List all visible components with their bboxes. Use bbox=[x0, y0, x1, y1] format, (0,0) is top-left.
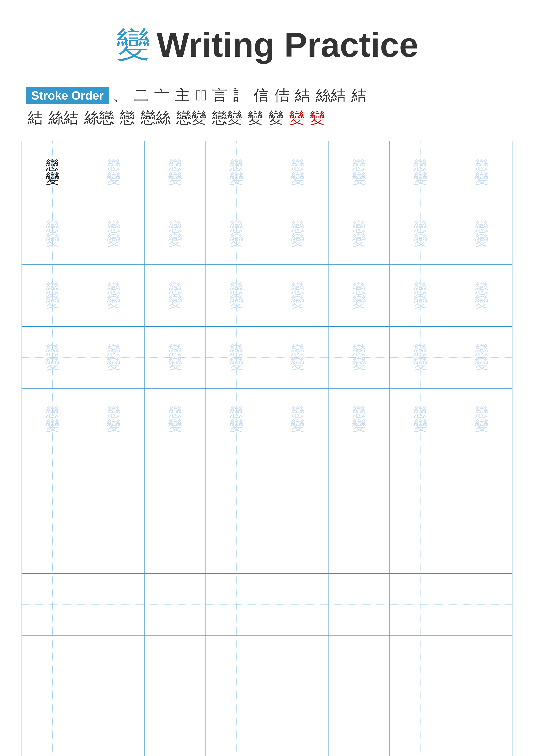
grid-cell-5-4[interactable]: 戀 變 bbox=[206, 389, 267, 450]
grid-cell-2-4[interactable]: 戀 變 bbox=[206, 203, 267, 265]
grid-cell-10-2[interactable] bbox=[83, 697, 145, 756]
grid-cell-1-7[interactable]: 戀 變 bbox=[390, 141, 451, 203]
grid-cell-10-8[interactable] bbox=[451, 697, 512, 756]
grid-cell-7-6[interactable] bbox=[328, 512, 390, 574]
grid-cell-6-4[interactable] bbox=[206, 450, 267, 512]
grid-cell-2-6[interactable]: 戀 變 bbox=[328, 203, 390, 265]
grid-cell-3-1[interactable]: 戀 變 bbox=[22, 265, 83, 326]
grid-cell-5-1[interactable]: 戀 變 bbox=[22, 389, 83, 450]
grid-cell-7-3[interactable] bbox=[144, 512, 206, 574]
grid-cell-7-2[interactable] bbox=[83, 512, 145, 574]
grid-cell-9-7[interactable] bbox=[390, 635, 451, 697]
grid-cell-6-5[interactable] bbox=[267, 450, 329, 512]
grid-row-1: 戀 變 戀 變 戀 變 戀 變 bbox=[22, 141, 512, 203]
grid-cell-10-5[interactable] bbox=[267, 697, 329, 756]
grid-cell-4-4[interactable]: 戀 變 bbox=[206, 327, 267, 388]
grid-cell-9-1[interactable] bbox=[22, 635, 83, 697]
stroke-5: 主̀ bbox=[195, 87, 207, 104]
grid-cell-1-8[interactable]: 戀 變 bbox=[451, 141, 512, 203]
grid-cell-1-3[interactable]: 戀 變 bbox=[144, 141, 206, 203]
grid-cell-6-1[interactable] bbox=[22, 450, 83, 512]
grid-cell-3-2[interactable]: 戀 變 bbox=[83, 265, 145, 326]
grid-cell-6-7[interactable] bbox=[390, 450, 451, 512]
grid-cell-2-8[interactable]: 戀 變 bbox=[451, 203, 512, 265]
stroke-17: 戀絲 bbox=[140, 108, 171, 128]
grid-cell-2-5[interactable]: 戀 變 bbox=[267, 203, 329, 265]
grid-cell-4-7[interactable]: 戀 變 bbox=[390, 327, 451, 388]
grid-cell-6-2[interactable] bbox=[83, 450, 145, 512]
cell-top-char: 戀 bbox=[107, 159, 120, 172]
grid-cell-9-2[interactable] bbox=[83, 635, 145, 697]
grid-cell-6-3[interactable] bbox=[144, 450, 206, 512]
stroke-3: 亠 bbox=[154, 85, 169, 106]
grid-cell-7-8[interactable] bbox=[451, 512, 512, 574]
grid-cell-8-8[interactable] bbox=[451, 574, 512, 635]
grid-cell-9-3[interactable] bbox=[144, 635, 206, 697]
grid-cell-10-4[interactable] bbox=[206, 697, 267, 756]
stroke-6: 言 bbox=[212, 85, 227, 106]
grid-cell-3-8[interactable]: 戀 變 bbox=[451, 265, 512, 326]
grid-cell-2-1[interactable]: 戀 變 bbox=[22, 203, 83, 265]
grid-cell-1-2[interactable]: 戀 變 bbox=[83, 141, 145, 203]
grid-cell-8-3[interactable] bbox=[144, 574, 206, 635]
stroke-22: 變 bbox=[289, 108, 304, 128]
grid-cell-3-6[interactable]: 戀 變 bbox=[328, 265, 390, 326]
grid-cell-1-6[interactable]: 戀 變 bbox=[328, 141, 390, 203]
grid-cell-5-2[interactable]: 戀 變 bbox=[83, 389, 145, 450]
grid-cell-4-6[interactable]: 戀 變 bbox=[328, 327, 390, 388]
grid-cell-10-7[interactable] bbox=[390, 697, 451, 756]
grid-cell-9-8[interactable] bbox=[451, 635, 512, 697]
grid-cell-1-4[interactable]: 戀 變 bbox=[206, 141, 267, 203]
grid-cell-8-6[interactable] bbox=[328, 574, 390, 635]
grid-cell-3-3[interactable]: 戀 變 bbox=[144, 265, 206, 326]
cell-bottom-char: 變 bbox=[45, 172, 60, 186]
grid-cell-3-4[interactable]: 戀 變 bbox=[206, 265, 267, 326]
grid-cell-9-5[interactable] bbox=[267, 635, 329, 697]
grid-cell-8-4[interactable] bbox=[206, 574, 267, 635]
grid-cell-5-8[interactable]: 戀 變 bbox=[451, 389, 512, 450]
grid-cell-10-3[interactable] bbox=[144, 697, 206, 756]
stroke-order-row-2: 結 絲結 絲戀 戀 戀絲 戀變 戀變 變 變 變 變 bbox=[26, 108, 508, 128]
grid-cell-5-3[interactable]: 戀 變 bbox=[144, 389, 206, 450]
grid-row-5: 戀 變 戀 變 戀 變 戀 變 bbox=[22, 389, 512, 450]
stroke-16: 戀 bbox=[120, 108, 135, 128]
grid-cell-4-1[interactable]: 戀 變 bbox=[22, 327, 83, 388]
grid-cell-3-5[interactable]: 戀 變 bbox=[267, 265, 329, 326]
grid-cell-8-2[interactable] bbox=[83, 574, 145, 635]
grid-cell-4-8[interactable]: 戀 變 bbox=[451, 327, 512, 388]
grid-cell-7-7[interactable] bbox=[390, 512, 451, 574]
grid-cell-5-7[interactable]: 戀 變 bbox=[390, 389, 451, 450]
grid-cell-8-7[interactable] bbox=[390, 574, 451, 635]
grid-cell-4-5[interactable]: 戀 變 bbox=[267, 327, 329, 388]
grid-row-4: 戀 變 戀 變 戀 變 戀 變 bbox=[22, 327, 512, 389]
grid-cell-4-3[interactable]: 戀 變 bbox=[144, 327, 206, 388]
cell-top-char: 戀 bbox=[475, 159, 488, 172]
cell-bottom-char: 變 bbox=[229, 172, 243, 186]
cell-top-char: 戀 bbox=[352, 159, 365, 172]
grid-cell-3-7[interactable]: 戀 變 bbox=[390, 265, 451, 326]
grid-cell-9-6[interactable] bbox=[328, 635, 390, 697]
grid-cell-1-1[interactable]: 戀 變 bbox=[22, 141, 83, 203]
grid-cell-4-2[interactable]: 戀 變 bbox=[83, 327, 145, 388]
grid-cell-5-6[interactable]: 戀 變 bbox=[328, 389, 390, 450]
grid-cell-6-8[interactable] bbox=[451, 450, 512, 512]
grid-cell-7-5[interactable] bbox=[267, 512, 329, 574]
grid-cell-9-4[interactable] bbox=[206, 635, 267, 697]
grid-cell-2-3[interactable]: 戀 變 bbox=[144, 203, 206, 265]
grid-cell-10-1[interactable] bbox=[22, 697, 83, 756]
grid-cell-6-6[interactable] bbox=[328, 450, 390, 512]
grid-cell-7-1[interactable] bbox=[22, 512, 83, 574]
cell-bottom-char: 變 bbox=[168, 172, 182, 186]
grid-cell-2-2[interactable]: 戀 變 bbox=[83, 203, 145, 265]
grid-cell-8-1[interactable] bbox=[22, 574, 83, 635]
grid-row-2: 戀 變 戀 變 戀 變 戀 變 bbox=[22, 203, 512, 265]
grid-cell-7-4[interactable] bbox=[206, 512, 267, 574]
stroke-9: 佶 bbox=[274, 85, 289, 106]
grid-cell-10-6[interactable] bbox=[328, 697, 390, 756]
grid-cell-5-5[interactable]: 戀 變 bbox=[267, 389, 329, 450]
grid-cell-2-7[interactable]: 戀 變 bbox=[390, 203, 451, 265]
stroke-20: 變 bbox=[248, 108, 263, 128]
grid-cell-8-5[interactable] bbox=[267, 574, 329, 635]
grid-cell-1-5[interactable]: 戀 變 bbox=[267, 141, 329, 203]
cell-top-char: 戀 bbox=[414, 159, 427, 172]
